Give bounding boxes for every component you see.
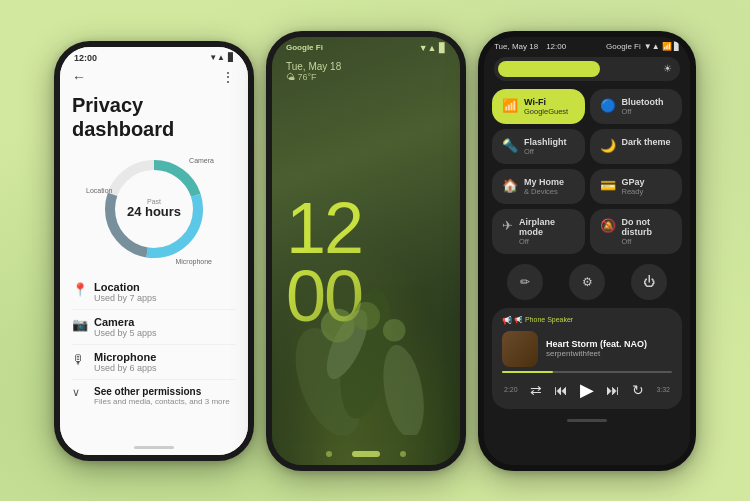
bluetooth-tile[interactable]: 🔵 Bluetooth Off bbox=[590, 89, 683, 124]
quick-settings-grid: 📶 Wi-Fi GoogleGuest 🔵 Bluetooth Off 🔦 bbox=[484, 85, 690, 258]
media-info: Heart Storm (feat. NAO) serpentwithfeet bbox=[546, 339, 672, 358]
edit-button[interactable]: ✏ bbox=[507, 264, 543, 300]
camera-name: Camera bbox=[94, 316, 236, 328]
gpay-icon: 💳 bbox=[600, 178, 616, 193]
location-name: Location bbox=[94, 281, 236, 293]
qs-signal-icon: ▼▲ 📶 ▊ bbox=[644, 42, 680, 51]
location-sub: Used by 7 apps bbox=[94, 293, 236, 303]
dnd-name: Do not disturb bbox=[622, 217, 673, 237]
battery-icon-left: ▊ bbox=[228, 53, 234, 62]
donut-center: Past 24 hours bbox=[127, 198, 181, 219]
location-item-text: Location Used by 7 apps bbox=[94, 281, 236, 303]
wifi-name: Wi-Fi bbox=[524, 97, 575, 107]
dnd-tile-text: Do not disturb Off bbox=[622, 217, 673, 246]
list-item[interactable]: 🎙 Microphone Used by 6 apps bbox=[72, 345, 236, 380]
settings-button[interactable]: ⚙ bbox=[569, 264, 605, 300]
phone-left: 12:00 ▼▲ ▊ ← ⋮ Privacy dashboard bbox=[54, 41, 254, 461]
privacy-list: 📍 Location Used by 7 apps 📷 Camera Used … bbox=[60, 271, 248, 442]
wifi-icon: 📶 bbox=[502, 98, 518, 113]
list-item[interactable]: 📷 Camera Used by 5 apps bbox=[72, 310, 236, 345]
shuffle-button[interactable]: ⇄ bbox=[530, 382, 542, 398]
signal-icon-left: ▼▲ bbox=[209, 53, 225, 62]
nav-dot bbox=[400, 451, 406, 457]
media-time-total: 3:32 bbox=[656, 386, 670, 393]
see-more-label: See other permissions bbox=[94, 386, 230, 397]
location-icon: 📍 bbox=[72, 282, 86, 297]
clock-status-icons: ▼▲ ▊ bbox=[419, 43, 446, 53]
bluetooth-icon: 🔵 bbox=[600, 98, 616, 113]
nav-dot bbox=[326, 451, 332, 457]
microphone-sub: Used by 6 apps bbox=[94, 363, 236, 373]
home-indicator-left bbox=[134, 446, 174, 449]
airplane-tile[interactable]: ✈ Airplane mode Off bbox=[492, 209, 585, 254]
clock-date: Tue, May 18 bbox=[286, 61, 446, 72]
back-button[interactable]: ← bbox=[72, 69, 86, 85]
next-button[interactable]: ⏭ bbox=[606, 382, 620, 398]
clock-status-bar: Google Fi ▼▲ ▊ bbox=[272, 37, 460, 55]
status-time-left: 12:00 bbox=[74, 53, 97, 63]
qs-provider: Google Fi bbox=[606, 42, 641, 51]
microphone-label: Microphone bbox=[175, 258, 212, 265]
flashlight-tile[interactable]: 🔦 Flashlight Off bbox=[492, 129, 585, 164]
privacy-screen: 12:00 ▼▲ ▊ ← ⋮ Privacy dashboard bbox=[60, 47, 248, 455]
home-icon: 🏠 bbox=[502, 178, 518, 193]
dnd-icon: 🔕 bbox=[600, 218, 616, 233]
repeat-button[interactable]: ↻ bbox=[632, 382, 644, 398]
qs-left-status: Tue, May 18 12:00 bbox=[494, 42, 566, 51]
media-controls: 2:20 ⇄ ⏮ ▶ ⏭ ↻ 3:32 bbox=[502, 379, 672, 401]
clock-provider: Google Fi bbox=[286, 43, 323, 52]
quick-settings-screen: Tue, May 18 12:00 Google Fi ▼▲ 📶 ▊ ☀ 📶 W bbox=[484, 37, 690, 465]
play-pause-button[interactable]: ▶ bbox=[580, 379, 594, 401]
my-home-tile[interactable]: 🏠 My Home & Devices bbox=[492, 169, 585, 204]
media-progress-bar[interactable] bbox=[502, 371, 672, 373]
gpay-tile[interactable]: 💳 GPay Ready bbox=[590, 169, 683, 204]
bluetooth-name: Bluetooth bbox=[622, 97, 673, 107]
plant-svg bbox=[272, 235, 460, 435]
privacy-donut-chart: Past 24 hours Camera Location Microphone bbox=[94, 149, 214, 269]
see-more-sub: Files and media, contacts, and 3 more bbox=[94, 397, 230, 406]
dnd-sub: Off bbox=[622, 237, 673, 246]
bluetooth-sub: Off bbox=[622, 107, 673, 116]
camera-label: Camera bbox=[189, 157, 214, 164]
donut-hours-label: 24 hours bbox=[127, 205, 181, 219]
airplane-tile-text: Airplane mode Off bbox=[519, 217, 575, 246]
qs-time: 12:00 bbox=[546, 42, 566, 51]
media-progress-fill bbox=[502, 371, 553, 373]
brightness-control[interactable]: ☀ bbox=[494, 57, 680, 81]
dark-theme-tile-text: Dark theme bbox=[622, 137, 673, 147]
svg-point-8 bbox=[321, 308, 355, 342]
gpay-name: GPay bbox=[622, 177, 673, 187]
privacy-header: ← ⋮ bbox=[60, 65, 248, 85]
media-output-label: 📢 Phone Speaker bbox=[514, 316, 573, 324]
list-item[interactable]: 📍 Location Used by 7 apps bbox=[72, 275, 236, 310]
privacy-title: Privacy dashboard bbox=[60, 85, 248, 145]
flashlight-icon: 🔦 bbox=[502, 138, 518, 153]
media-header: 📢 📢 Phone Speaker bbox=[502, 316, 672, 325]
location-label: Location bbox=[86, 187, 112, 194]
phones-container: 12:00 ▼▲ ▊ ← ⋮ Privacy dashboard bbox=[34, 11, 716, 491]
my-home-tile-text: My Home & Devices bbox=[524, 177, 575, 196]
home-indicator-right bbox=[567, 419, 607, 422]
see-other-permissions[interactable]: ∨ See other permissions Files and media,… bbox=[72, 380, 236, 412]
google-fi-label: Google Fi bbox=[286, 43, 323, 52]
status-icons-left: ▼▲ ▊ bbox=[209, 53, 234, 62]
brightness-icon: ☀ bbox=[663, 63, 672, 74]
nav-bar-middle bbox=[272, 443, 460, 465]
brightness-fill bbox=[498, 61, 600, 77]
qs-right-status: Google Fi ▼▲ 📶 ▊ bbox=[606, 42, 680, 51]
camera-item-text: Camera Used by 5 apps bbox=[94, 316, 236, 338]
my-home-name: My Home bbox=[524, 177, 575, 187]
more-menu-button[interactable]: ⋮ bbox=[221, 69, 236, 85]
phone-middle: Google Fi ▼▲ ▊ Tue, May 18 🌤 76°F 12 00 bbox=[266, 31, 466, 471]
dark-theme-tile[interactable]: 🌙 Dark theme bbox=[590, 129, 683, 164]
clock-signal-icon: ▼▲ ▊ bbox=[419, 43, 446, 53]
svg-point-10 bbox=[383, 319, 406, 342]
power-button[interactable]: ⏻ bbox=[631, 264, 667, 300]
camera-sub: Used by 5 apps bbox=[94, 328, 236, 338]
microphone-icon: 🎙 bbox=[72, 352, 86, 367]
dnd-tile[interactable]: 🔕 Do not disturb Off bbox=[590, 209, 683, 254]
wifi-tile[interactable]: 📶 Wi-Fi GoogleGuest bbox=[492, 89, 585, 124]
microphone-item-text: Microphone Used by 6 apps bbox=[94, 351, 236, 373]
camera-icon: 📷 bbox=[72, 317, 86, 332]
previous-button[interactable]: ⏮ bbox=[554, 382, 568, 398]
